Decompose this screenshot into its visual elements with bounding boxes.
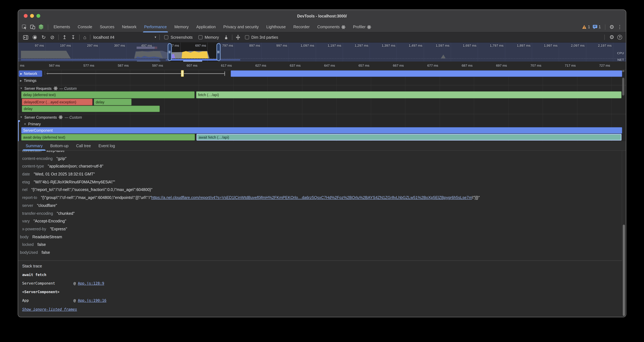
history-dropdown[interactable]: localhost #4 ▼ [93, 35, 157, 40]
span-delay-deferred[interactable]: delay (deferred text) [21, 91, 194, 98]
track-server-requests[interactable]: ▼ Server Requests — Custom [20, 86, 77, 90]
help-icon[interactable]: ? [618, 35, 622, 40]
server-requests-label-text: Server Requests [24, 87, 52, 90]
garbage-collect-icon[interactable] [222, 35, 230, 40]
tab-performance[interactable]: Performance [140, 22, 170, 32]
tab-application[interactable]: Application [192, 22, 220, 32]
home-icon[interactable]: ⌂ [81, 35, 88, 40]
tab-sources[interactable]: Sources [96, 22, 118, 32]
header-value: "{\"report_to\":\"cf-nel\",\"success_fra… [31, 188, 152, 192]
source-location-link[interactable]: App.js:128:9 [78, 281, 104, 285]
screen: DevTools - localhost:3000/ ElementsConso… [0, 0, 644, 342]
overview-time-label: 697 ms [184, 44, 206, 47]
ruler-label: 627 ms [242, 64, 266, 67]
issues-warning-icon[interactable]: 1 [582, 25, 590, 29]
flame-chart[interactable]: ▶ Network ⋮⋮ ▶ Timings ▼ Server Requests… [18, 70, 626, 141]
span-await-fetch[interactable]: await fetch (…/api) [196, 134, 622, 141]
source-location-link[interactable]: App.js:190:16 [78, 298, 106, 303]
inspect-element-icon[interactable] [22, 25, 27, 30]
details-scrollbar-thumb[interactable] [623, 225, 625, 316]
title-bar: DevTools - localhost:3000/ [18, 10, 626, 22]
selection-handle-left[interactable] [168, 43, 172, 61]
report-to-url-link[interactable]: https://a.nel.cloudflare.com/report/v4?s… [151, 195, 472, 200]
tab-summary[interactable]: Summary [22, 141, 46, 151]
more-options-icon[interactable]: ⋮ [617, 24, 623, 30]
checkbox-box [198, 35, 202, 39]
ruler-label: 687 ms [448, 64, 472, 67]
ruler-label: 657 ms [345, 64, 370, 67]
screenshots-checkbox[interactable]: Screenshots [164, 35, 193, 40]
capture-settings-gear-icon[interactable]: ⚙ [610, 35, 614, 40]
react-atom-icon [54, 86, 58, 90]
drag-handle-icon[interactable]: ⋮⋮ [43, 71, 49, 75]
header-row-content-encoding: content-encoding"gzip" [18, 155, 620, 162]
show-ignore-listed-frames-text[interactable]: Show ignore-listed frames [22, 307, 77, 311]
header-value: ReadableStream [32, 235, 62, 239]
span-fetch-api[interactable]: fetch (…/api) [196, 91, 622, 98]
overview-time-label: 1,197 ms [319, 44, 341, 47]
tab-memory[interactable]: Memory [171, 22, 192, 32]
tab-console[interactable]: Console [74, 22, 96, 32]
header-key: nel [22, 188, 28, 192]
tab-privacy-and-security[interactable]: Privacy and security [220, 22, 262, 32]
stack-frame-servercomponent: ServerComponent @ App.js:128:9 [22, 281, 626, 285]
tab-call-tree[interactable]: Call tree [72, 141, 94, 151]
settings-gear-icon[interactable]: ⚙ [610, 24, 614, 30]
summary-pane[interactable]: connection"keep-alive"content-encoding"g… [18, 151, 626, 260]
selection-handle-right[interactable] [216, 43, 220, 61]
flame-scrollbar-thumb[interactable] [622, 78, 624, 96]
span-delay-3[interactable]: delay [22, 106, 160, 112]
tab-label: Profiler [353, 22, 366, 32]
header-value: "cloudflare" [37, 203, 57, 208]
tab-bottom-up[interactable]: Bottom-up [46, 141, 72, 151]
header-value: "W/\"4b1-RjEJloX9kRinu6F0MAZMmy6E5iA\"" [34, 180, 115, 184]
track-primary[interactable]: ▼ Primary [24, 122, 41, 126]
header-row-nel: nel"{\"report_to\":\"cf-nel\",\"success_… [18, 186, 620, 194]
toggle-sidebar-icon[interactable] [21, 35, 30, 40]
memory-checkbox[interactable]: Memory [198, 35, 219, 40]
stack-trace-section: Stack trace await fetchServerComponent @… [18, 261, 626, 317]
devtools-tab-bar: ElementsConsoleSourcesNetworkPerformance… [18, 22, 626, 32]
header-row-body: bodyReadableStream [18, 233, 620, 241]
dim-3rd-parties-checkbox[interactable]: Dim 3rd parties [245, 35, 278, 40]
nodejs-icon[interactable] [38, 24, 44, 30]
tab-event-log[interactable]: Event log [94, 141, 119, 151]
console-messages-icon[interactable]: 1 [593, 25, 601, 29]
timings-label-text: Timings [24, 79, 36, 83]
flame-scrollbar-thumb[interactable] [622, 70, 624, 72]
collapse-tracks-icon[interactable] [234, 35, 242, 40]
tab-lighthouse[interactable]: Lighthouse [262, 22, 290, 32]
ruler-label: 697 ms [483, 64, 507, 67]
span-delayed-error[interactable]: delayedError (…ayed exception) [22, 99, 92, 105]
load-profile-icon[interactable]: ↥ [60, 35, 69, 40]
network-marker[interactable] [181, 70, 184, 77]
overview-time-label: 997 ms [265, 44, 287, 47]
record-button[interactable] [33, 35, 37, 39]
span-delay-2[interactable]: delay [94, 99, 132, 105]
tab-elements[interactable]: Elements [50, 22, 74, 32]
timeline-overview[interactable]: 97 ms197 ms297 ms397 ms497 ms597 ms697 m… [18, 43, 626, 62]
tab-network[interactable]: Network [118, 22, 140, 32]
header-value: false [42, 250, 50, 255]
chevron-down-icon: ▼ [154, 36, 157, 39]
panel-tabs: ElementsConsoleSourcesNetworkPerformance… [50, 22, 375, 32]
tab-recorder[interactable]: Recorder [290, 22, 314, 32]
track-server-components[interactable]: ▼ Server Components — Custom [20, 115, 82, 119]
checkbox-box [164, 35, 168, 39]
tab-components[interactable]: Components [314, 22, 349, 32]
tab-profiler[interactable]: Profiler [349, 22, 375, 32]
separator [79, 35, 80, 40]
save-profile-icon[interactable]: ↧ [69, 35, 78, 40]
track-timings[interactable]: ▶ Timings [20, 79, 36, 83]
network-request-bar[interactable] [231, 71, 622, 77]
span-server-component[interactable]: ServerComponent [21, 127, 622, 134]
reload-and-record-button[interactable]: ↻ [39, 35, 48, 40]
net-lane-label: NET [618, 58, 624, 62]
track-network-label[interactable]: ▶ Network [19, 71, 42, 77]
show-ignore-listed-frames-link[interactable]: Show ignore-listed frames [22, 307, 626, 311]
overview-time-label: 1,497 ms [400, 44, 422, 47]
clear-recording-button[interactable]: ⊘ [48, 35, 57, 40]
header-row-locked: lockedfalse [18, 241, 620, 249]
device-toolbar-icon[interactable] [30, 25, 35, 29]
span-await-delay[interactable]: await delay (deferred text) [21, 134, 195, 141]
